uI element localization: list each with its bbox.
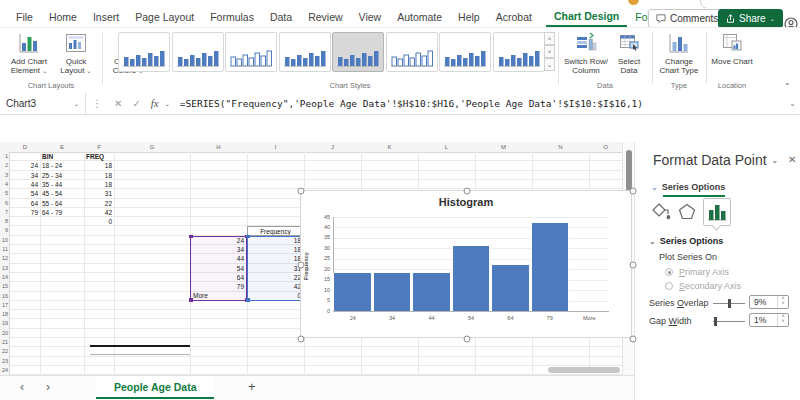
grid-cell-F4[interactable]: 18 bbox=[84, 180, 114, 189]
formula-input[interactable]: =SERIES("Frequency",'People Age Data'!$H… bbox=[180, 98, 643, 109]
grid-cell-E3[interactable]: 25 - 34 bbox=[40, 171, 84, 180]
helper-freq-cell[interactable]: 18 bbox=[248, 245, 303, 254]
row-header-10[interactable]: 10 bbox=[0, 236, 8, 245]
grid-cell-F1[interactable]: FREQ bbox=[84, 152, 114, 161]
add-chart-element-button[interactable]: Add Chart Element ⌄ bbox=[5, 31, 53, 75]
row-header-3[interactable]: 3 bbox=[0, 171, 8, 180]
menu-tab-acrobat[interactable]: Acrobat bbox=[488, 9, 540, 26]
chart-bar[interactable] bbox=[491, 265, 530, 311]
row-header-4[interactable]: 4 bbox=[0, 180, 8, 189]
grid-cell-D5[interactable]: 54 bbox=[10, 189, 40, 198]
grid-cell-D6[interactable]: 64 bbox=[10, 199, 40, 208]
column-header-K[interactable]: K bbox=[361, 142, 418, 152]
move-chart-button[interactable]: Move Chart bbox=[710, 31, 754, 66]
helper-bin-cell[interactable]: 64 bbox=[191, 273, 246, 282]
range-fill-handle[interactable] bbox=[189, 298, 193, 302]
helper-freq-cell[interactable]: 31 bbox=[248, 264, 303, 273]
grid-cell-F7[interactable]: 42 bbox=[84, 208, 114, 217]
helper-freq-cell[interactable]: 42 bbox=[248, 282, 303, 291]
category-range-highlight[interactable]: 243444546479More bbox=[190, 236, 247, 301]
chart-selection-handle[interactable] bbox=[298, 336, 305, 343]
grid-cell-E4[interactable]: 35 - 44 bbox=[40, 180, 84, 189]
row-header-8[interactable]: 8 bbox=[0, 217, 8, 226]
share-button[interactable]: Share ⌄ bbox=[718, 9, 783, 28]
menu-tab-view[interactable]: View bbox=[351, 9, 390, 26]
chart-selection-handle[interactable] bbox=[630, 188, 637, 195]
secondary-axis-radio[interactable] bbox=[665, 282, 673, 290]
chart-bar[interactable] bbox=[373, 273, 412, 311]
fill-line-icon[interactable] bbox=[651, 202, 671, 220]
row-header-2[interactable]: 2 bbox=[0, 161, 8, 170]
chart-style-thumbnail[interactable] bbox=[439, 32, 491, 72]
series-overlap-value[interactable]: 9% bbox=[754, 297, 766, 307]
column-header-O[interactable]: O bbox=[589, 142, 622, 152]
helper-freq-cell[interactable]: 18 bbox=[248, 254, 303, 263]
enter-icon[interactable]: ✓ bbox=[128, 98, 144, 109]
vertical-scrollbar-thumb[interactable] bbox=[626, 150, 632, 192]
menu-tab-file[interactable]: File bbox=[8, 9, 41, 26]
menu-tab-home[interactable]: Home bbox=[41, 9, 85, 26]
chart-title[interactable]: Histogram bbox=[301, 196, 631, 208]
gap-width-value[interactable]: 1% bbox=[754, 315, 766, 325]
change-chart-type-button[interactable]: Change Chart Type bbox=[656, 31, 702, 75]
slider-thumb[interactable] bbox=[714, 317, 717, 326]
row-header-1[interactable]: 1 bbox=[0, 152, 8, 161]
range-fill-handle[interactable] bbox=[246, 298, 250, 302]
chart-style-thumbnail[interactable] bbox=[493, 32, 545, 72]
sheet-tab-people-age-data[interactable]: People Age Data bbox=[96, 376, 214, 399]
chart-selection-handle[interactable] bbox=[464, 336, 471, 343]
menu-tab-review[interactable]: Review bbox=[300, 9, 350, 26]
column-header-H[interactable]: H bbox=[190, 142, 247, 152]
helper-bin-cell[interactable]: More bbox=[191, 291, 246, 300]
slider-thumb[interactable] bbox=[728, 299, 731, 308]
expand-formula-bar-icon[interactable]: ⌄ bbox=[789, 99, 796, 108]
chart-style-thumbnail[interactable] bbox=[332, 32, 384, 72]
helper-freq-cell[interactable]: 22 bbox=[248, 273, 303, 282]
chart-style-thumbnail[interactable] bbox=[386, 32, 438, 72]
collapse-ribbon-icon[interactable]: ⌄ bbox=[784, 78, 791, 87]
chart-selection-handle[interactable] bbox=[298, 262, 305, 269]
row-header-9[interactable]: 9 bbox=[0, 226, 8, 235]
pane-close-icon[interactable]: ✕ bbox=[788, 154, 796, 165]
series-overlap-spinner[interactable]: 9% ˄˅ bbox=[749, 295, 789, 309]
copilot-icon[interactable] bbox=[628, 0, 639, 5]
quick-layout-button[interactable]: Quick Layout ⌄ bbox=[54, 31, 98, 75]
grid-cell-F3[interactable]: 18 bbox=[84, 171, 114, 180]
series-options-section-header[interactable]: ⌄Series Options bbox=[649, 236, 723, 246]
helper-bin-cell[interactable]: 79 bbox=[191, 282, 246, 291]
helper-bin-cell[interactable]: 24 bbox=[191, 236, 246, 245]
gap-width-spinner[interactable]: 1% ˄˅ bbox=[749, 313, 789, 327]
chart-selection-handle[interactable] bbox=[464, 188, 471, 195]
column-header-E[interactable]: E bbox=[40, 142, 84, 152]
values-range-highlight[interactable]: 1818183122420 bbox=[247, 236, 304, 301]
row-header-18[interactable]: 18 bbox=[0, 310, 8, 319]
gallery-more-button[interactable]: ⌄ bbox=[544, 58, 555, 71]
sheet-nav-left-icon[interactable]: ‹ bbox=[20, 380, 24, 394]
helper-freq-cell[interactable]: 18 bbox=[248, 236, 303, 245]
pane-chevron-down-icon[interactable]: ⌄ bbox=[771, 155, 779, 165]
column-header-D[interactable]: D bbox=[10, 142, 40, 152]
chart-bar[interactable] bbox=[531, 223, 570, 311]
row-header-22[interactable]: 22 bbox=[0, 347, 8, 356]
row-header-7[interactable]: 7 bbox=[0, 208, 8, 217]
name-box[interactable]: Chart3 ⌄ bbox=[0, 92, 86, 114]
helper-bin-cell[interactable]: 54 bbox=[191, 264, 246, 273]
comments-button[interactable]: Comments bbox=[648, 9, 726, 28]
helper-bin-cell[interactable]: 44 bbox=[191, 254, 246, 263]
column-header-J[interactable]: J bbox=[304, 142, 361, 152]
gallery-down-button[interactable]: ˅ bbox=[544, 45, 555, 58]
column-header-I[interactable]: I bbox=[247, 142, 304, 152]
row-header-23[interactable]: 23 bbox=[0, 357, 8, 366]
chart-style-thumbnail[interactable] bbox=[118, 32, 170, 72]
range-fill-handle[interactable] bbox=[246, 235, 250, 239]
chart-bar[interactable] bbox=[412, 273, 451, 311]
row-header-20[interactable]: 20 bbox=[0, 329, 8, 338]
row-header-13[interactable]: 13 bbox=[0, 264, 8, 273]
row-header-11[interactable]: 11 bbox=[0, 245, 8, 254]
chart-style-thumbnail[interactable] bbox=[279, 32, 331, 72]
chart-style-thumbnail[interactable] bbox=[225, 32, 277, 72]
menu-tab-data[interactable]: Data bbox=[262, 9, 300, 26]
row-header-12[interactable]: 12 bbox=[0, 254, 8, 263]
column-header-M[interactable]: M bbox=[475, 142, 532, 152]
gap-width-slider[interactable] bbox=[713, 321, 745, 322]
